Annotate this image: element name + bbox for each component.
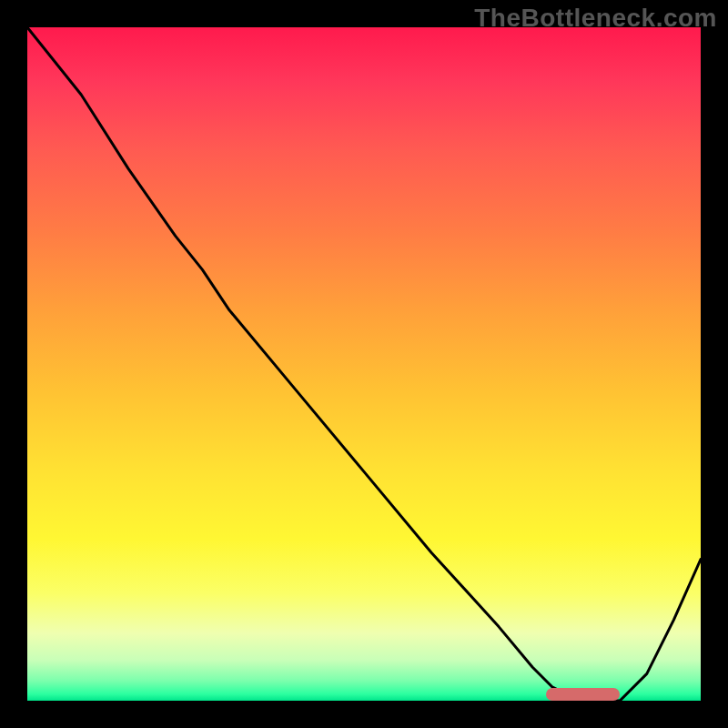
chart-frame: TheBottleneck.com xyxy=(0,0,728,728)
optimal-range-marker xyxy=(546,688,620,701)
watermark-text: TheBottleneck.com xyxy=(474,4,717,33)
plot-area xyxy=(27,27,701,701)
curve-svg xyxy=(27,27,701,701)
bottleneck-curve-path xyxy=(27,27,701,701)
